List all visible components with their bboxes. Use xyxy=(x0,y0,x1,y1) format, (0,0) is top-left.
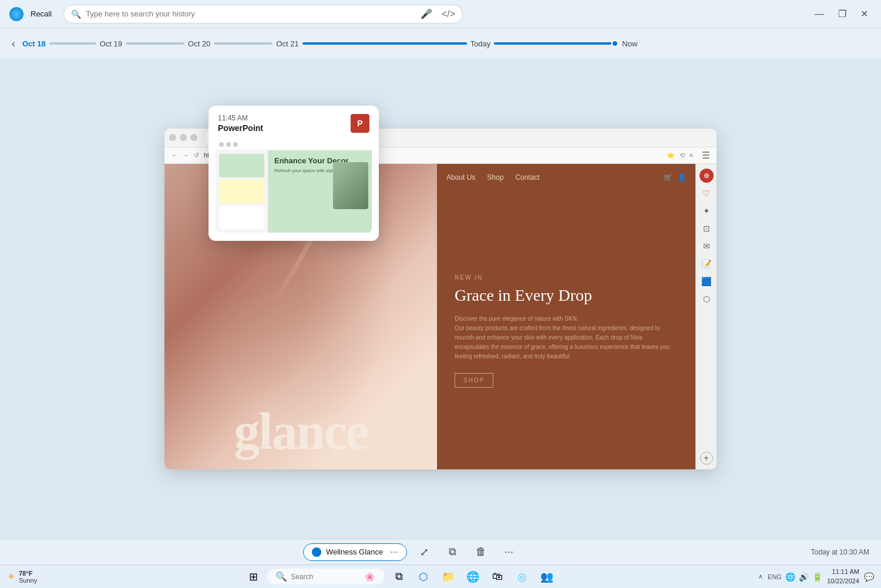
copy-button[interactable]: ⧉ xyxy=(442,542,463,563)
weather-temp: 78°F xyxy=(19,570,37,577)
maximize-button[interactable]: ❐ xyxy=(835,6,850,22)
browser-max-btn[interactable] xyxy=(190,134,197,141)
nav-contact[interactable]: Contact xyxy=(515,173,539,182)
sidebar-icon-2[interactable]: ✦ xyxy=(700,204,714,218)
sidebar-apps-icon[interactable]: ⊕ xyxy=(700,169,714,183)
product-headline: Grace in Every Drop xyxy=(455,285,678,305)
history-search-input[interactable] xyxy=(86,9,416,18)
nav-shop[interactable]: Shop xyxy=(487,173,503,182)
powerpoint-tooltip: 11:45 AM PowerPoint P Enhance Your Dec xyxy=(209,106,379,241)
timeline-bar-oct21 xyxy=(302,42,467,45)
minimize-button[interactable]: — xyxy=(811,6,828,22)
timeline-date-oct18[interactable]: Oct 18 xyxy=(19,39,49,48)
network-icon[interactable]: 🌐 xyxy=(785,572,795,582)
sidebar-icon-1[interactable]: ♡ xyxy=(700,186,714,200)
timeline-date-today[interactable]: Today xyxy=(467,39,495,48)
close-button[interactable]: ✕ xyxy=(857,6,872,22)
user-icon[interactable]: 👤 xyxy=(677,173,686,182)
timeline-now[interactable]: Now xyxy=(622,39,637,48)
speaker-icon[interactable]: 🔊 xyxy=(799,572,809,582)
titlebar: Recall 🔍 🎤 </> — ❐ ✕ xyxy=(0,0,881,28)
timeline-date-oct19[interactable]: Oct 19 xyxy=(96,39,126,48)
ppt-toolbar-dot-2 xyxy=(226,142,231,147)
system-clock[interactable]: 11:11 AM 10/22/2024 xyxy=(827,567,859,586)
start-button[interactable]: ⊞ xyxy=(243,566,264,587)
bottom-action-bar: Wellness Glance ··· ⤢ ⧉ 🗑 ··· Today at 1… xyxy=(0,539,881,565)
timeline-bar-today xyxy=(494,42,611,45)
ppt-thumb-2 xyxy=(219,180,264,203)
bottom-tab-label: Wellness Glance xyxy=(326,547,383,556)
ppt-app: PowerPoint xyxy=(218,123,263,133)
ppt-slides-panel xyxy=(216,150,268,233)
product-body: Discover the pure elegance of nature wit… xyxy=(455,314,678,361)
sidebar-add-button[interactable]: + xyxy=(700,452,713,465)
shop-button[interactable]: SHOP xyxy=(455,373,493,388)
battery-icon[interactable]: 🔋 xyxy=(812,572,822,582)
main-content: Wellness Glance ← → ↺ https://wellnessgl… xyxy=(0,59,881,539)
clock-time: 11:11 AM xyxy=(827,567,859,576)
taskbar-chevron-icon[interactable]: ∧ xyxy=(758,573,763,580)
clock-date: 10/22/2024 xyxy=(827,577,859,586)
taskbar-center: ⊞ 🔍 🌸 ⧉ ⬡ 📁 🌐 🛍 ◎ 👥 xyxy=(46,566,754,587)
app-logo xyxy=(9,7,23,21)
ppt-thumb-1 xyxy=(219,154,264,177)
store-button[interactable]: 🛍 xyxy=(487,566,508,587)
timeline-prev-button[interactable]: ‹ xyxy=(12,38,15,50)
notification-icon[interactable]: 💬 xyxy=(864,572,874,582)
ppt-main-slide: Enhance Your Decor Refresh your space wi… xyxy=(268,150,372,233)
weather-condition: Sunny xyxy=(19,577,37,584)
bottom-timestamp: Today at 10:30 AM xyxy=(811,548,869,556)
code-icon[interactable]: </> xyxy=(442,9,455,19)
ppt-logo: P xyxy=(351,114,369,133)
browser-min-btn[interactable] xyxy=(180,134,187,141)
expand-button[interactable]: ⤢ xyxy=(414,542,435,563)
nav-about[interactable]: About Us xyxy=(446,173,475,182)
cart-icon[interactable]: 🛒 xyxy=(664,173,672,182)
ppt-header: 11:45 AM PowerPoint P xyxy=(209,106,379,139)
wellness-product-panel: About Us Shop Contact 🛒 👤 NEW IN Grace i… xyxy=(437,164,695,469)
taskview-button[interactable]: ⧉ xyxy=(388,566,409,587)
timeline: ‹ Oct 18 Oct 19 Oct 20 Oct 21 Today Now xyxy=(0,28,881,59)
lotus-icon: 🌸 xyxy=(365,572,375,582)
ppt-slide-image xyxy=(333,162,368,209)
language-icon: ENG xyxy=(768,573,782,580)
timeline-dot xyxy=(611,40,618,47)
sidebar-icon-3[interactable]: ⊡ xyxy=(700,221,714,236)
mic-icon[interactable]: 🎤 xyxy=(421,8,432,19)
weather-icon: ☀ xyxy=(7,571,15,582)
browser-close-btn[interactable] xyxy=(169,134,176,141)
new-in-label: NEW IN xyxy=(455,274,678,281)
ppt-toolbar xyxy=(216,139,372,150)
search-box[interactable]: 🔍 🎤 </> xyxy=(63,5,463,23)
app-title: Recall xyxy=(31,9,52,18)
ppt-preview-inner: Enhance Your Decor Refresh your space wi… xyxy=(216,150,372,233)
teams-button[interactable]: 👥 xyxy=(536,566,557,587)
taskbar-search-input[interactable] xyxy=(291,573,361,581)
ppt-toolbar-dot-3 xyxy=(233,142,238,147)
window-controls: — ❐ ✕ xyxy=(811,6,872,22)
recall-button[interactable]: ◎ xyxy=(512,566,533,587)
bottom-tab-more-btn[interactable]: ··· xyxy=(390,547,398,557)
ppt-thumb-3 xyxy=(219,206,264,229)
hero-word: glance xyxy=(234,406,368,458)
timeline-wrapper: Oct 18 Oct 19 Oct 20 Oct 21 Today Now xyxy=(19,39,869,48)
bottom-tab-wellness[interactable]: Wellness Glance ··· xyxy=(303,543,407,561)
delete-button[interactable]: 🗑 xyxy=(470,542,492,563)
folder-button[interactable]: 📁 xyxy=(438,566,459,587)
edge-button[interactable]: ⬡ xyxy=(413,566,434,587)
sidebar-icon-6[interactable]: 🟦 xyxy=(700,274,714,288)
taskbar-search-icon: 🔍 xyxy=(275,571,287,582)
edge-icon-2[interactable]: 🌐 xyxy=(462,566,483,587)
ppt-preview[interactable]: Enhance Your Decor Refresh your space wi… xyxy=(216,139,372,233)
sidebar-icon-5[interactable]: 📝 xyxy=(700,257,714,271)
timeline-date-oct20[interactable]: Oct 20 xyxy=(184,39,214,48)
sidebar-icon-7[interactable]: ⬡ xyxy=(700,292,714,306)
sidebar-icon-4[interactable]: ✉ xyxy=(700,239,714,253)
ppt-toolbar-dot-1 xyxy=(219,142,224,147)
windows-taskbar: ☀ 78°F Sunny ⊞ 🔍 🌸 ⧉ ⬡ 📁 🌐 🛍 ◎ 👥 ∧ ENG 🌐… xyxy=(0,565,881,588)
taskbar-right: ∧ ENG 🌐 🔊 🔋 11:11 AM 10/22/2024 💬 xyxy=(758,567,874,586)
more-button[interactable]: ··· xyxy=(499,542,520,563)
search-icon: 🔍 xyxy=(71,9,81,19)
taskbar-search[interactable]: 🔍 🌸 xyxy=(267,569,385,584)
timeline-date-oct21[interactable]: Oct 21 xyxy=(273,39,302,48)
